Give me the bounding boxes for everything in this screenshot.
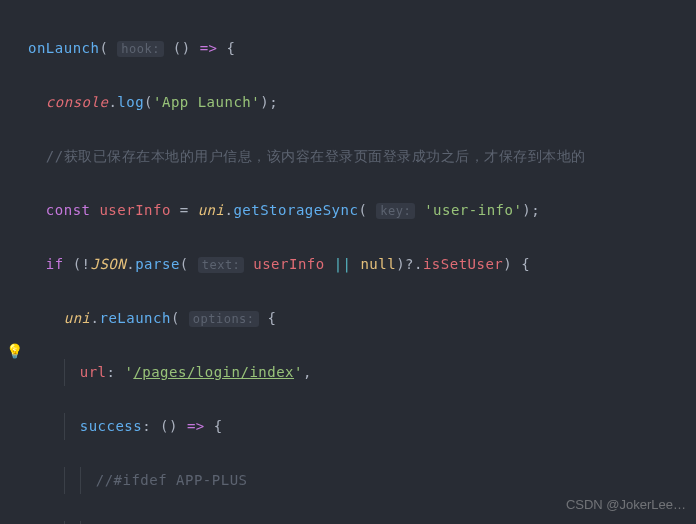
code-line[interactable]: onLaunch( hook: () => {	[28, 35, 696, 62]
code-line[interactable]: const userInfo = uni.getStorageSync( key…	[28, 197, 696, 224]
gutter: 💡	[0, 0, 28, 524]
code-line[interactable]: url: '/pages/login/index',	[28, 359, 696, 386]
code-line[interactable]: //获取已保存在本地的用户信息，该内容在登录页面登录成功之后，才保存到本地的	[28, 143, 696, 170]
inlay-hint: hook:	[117, 41, 164, 57]
inlay-hint: key:	[376, 203, 415, 219]
code-line[interactable]: if (!JSON.parse( text: userInfo || null)…	[28, 251, 696, 278]
lightbulb-icon[interactable]: 💡	[6, 338, 23, 365]
inlay-hint: text:	[198, 257, 245, 273]
code-line[interactable]: //#ifdef APP-PLUS	[28, 467, 696, 494]
code-line[interactable]: console.log('App Launch');	[28, 89, 696, 116]
code-editor[interactable]: onLaunch( hook: () => { console.log('App…	[0, 0, 696, 524]
code-line[interactable]: uni.reLaunch( options: {	[28, 305, 696, 332]
code-line[interactable]: success: () => {	[28, 413, 696, 440]
inlay-hint: options:	[189, 311, 259, 327]
watermark: CSDN @JokerLee…	[566, 491, 686, 518]
